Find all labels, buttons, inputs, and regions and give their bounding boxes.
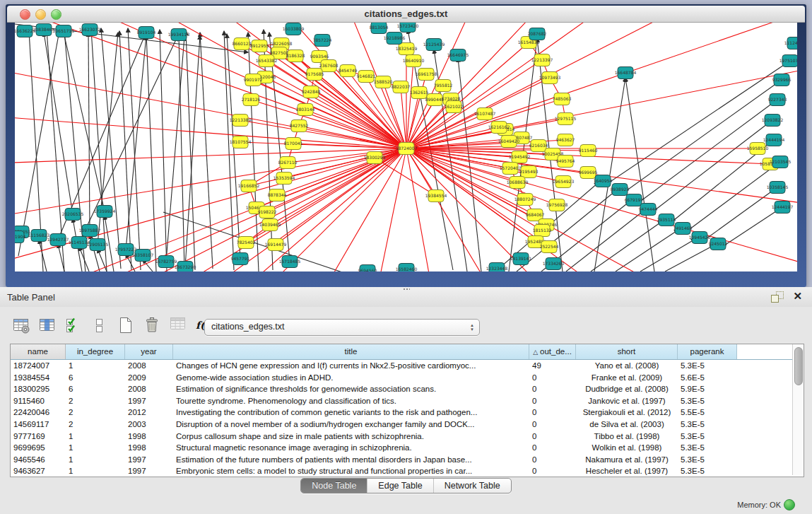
graph-node[interactable]: 8931904 <box>15 231 26 243</box>
tab-network-table[interactable]: Network Table <box>433 479 511 493</box>
network-canvas[interactable]: 1872400718300295866012389129551822605898… <box>15 23 797 271</box>
graph-node[interactable]: 8186328 <box>286 50 305 62</box>
graph-node[interactable]: 15723420 <box>397 23 419 33</box>
graph-node[interactable]: 11124045 <box>784 37 797 49</box>
table-row[interactable]: 969969511998Structural magnetic resonanc… <box>11 442 804 454</box>
graph-node[interactable]: 12942737 <box>47 234 69 246</box>
graph-node[interactable]: 16543382 <box>256 55 278 67</box>
graph-node[interactable]: 16646975 <box>447 49 469 62</box>
graph-node[interactable]: 10975887 <box>79 225 101 237</box>
column-header-name[interactable]: name <box>11 344 66 359</box>
column-header-in_degree[interactable]: in_degree <box>66 344 125 359</box>
graph-node[interactable]: 8938923 <box>611 184 630 196</box>
graph-node[interactable]: 9463627 <box>556 134 575 146</box>
scrollbar-thumb[interactable] <box>794 347 803 385</box>
graph-node[interactable]: 20651715 <box>53 25 75 37</box>
graph-node[interactable]: 12103545 <box>770 156 792 168</box>
graph-node[interactable]: 9457791 <box>231 253 250 265</box>
graph-node[interactable]: 16648784 <box>615 67 637 79</box>
graph-node[interactable]: 18673290 <box>175 262 196 272</box>
graph-node[interactable]: 12213397 <box>531 54 553 66</box>
graph-node[interactable]: 9242848 <box>302 86 321 98</box>
graph-node[interactable]: 10973493 <box>539 72 561 84</box>
graph-node[interactable]: 19166852 <box>238 180 260 192</box>
graph-node[interactable]: 14039469 <box>259 219 281 231</box>
panel-resize-handle[interactable] <box>403 288 410 291</box>
table-row[interactable]: 1938455462009Genome-wide association stu… <box>11 372 804 384</box>
graph-node[interactable]: 12975115 <box>555 113 577 125</box>
graph-node[interactable]: 16623072 <box>79 24 101 36</box>
graph-node[interactable]: 16107487 <box>474 108 496 120</box>
select-all-icon[interactable] <box>64 315 83 335</box>
graph-node[interactable]: 9115460 <box>579 145 598 157</box>
graph-node[interactable]: 1815132 <box>533 225 552 237</box>
graph-node[interactable]: 14139141 <box>510 253 532 265</box>
graph-node[interactable]: 9195493 <box>519 166 539 178</box>
tab-edge-table[interactable]: Edge Table <box>367 479 433 493</box>
graph-node[interactable]: 16049420 <box>498 136 520 148</box>
graph-node[interactable]: 19756928 <box>546 199 568 211</box>
graph-node[interactable]: 7491468 <box>673 223 693 235</box>
graph-node[interactable]: 9146821 <box>357 71 376 83</box>
network-svg[interactable]: 1872400718300295866012389129551822605898… <box>15 23 797 271</box>
float-panel-icon[interactable] <box>771 291 784 303</box>
graph-node[interactable]: 8912955 <box>250 40 269 52</box>
graph-node[interactable]: 9474444 <box>639 204 658 216</box>
graph-node[interactable]: 8267110 <box>278 157 298 169</box>
graph-node[interactable]: 19654923 <box>553 176 575 188</box>
table-row[interactable]: 1830029562008Estimation of significance … <box>11 383 804 395</box>
table-row[interactable]: 1456911722003Disruption of a novel membe… <box>11 419 804 431</box>
graph-node[interactable]: 2718126 <box>242 94 261 106</box>
graph-node[interactable]: 1621022 <box>445 101 464 113</box>
graph-node[interactable]: 17359924 <box>94 206 116 218</box>
network-window-titlebar[interactable]: citations_edges.txt <box>7 6 805 23</box>
column-header-pagerank[interactable]: pagerank <box>678 344 737 359</box>
graph-node[interactable]: 7825402 <box>237 237 256 249</box>
column-header-year[interactable]: year <box>125 344 173 359</box>
graph-node[interactable]: 10358145 <box>767 182 789 194</box>
column-header-title[interactable]: title <box>173 344 529 359</box>
create-column-icon[interactable] <box>116 315 136 335</box>
graph-node[interactable]: 2522544 <box>540 241 559 253</box>
table-row[interactable]: 946362711997Embryonic stem cells: a mode… <box>11 465 804 477</box>
graph-node[interactable]: 9175685 <box>305 69 324 81</box>
table-mode-icon[interactable] <box>11 315 31 335</box>
graph-node[interactable]: 8822037 <box>392 81 411 93</box>
graph-node[interactable]: 19218986 <box>384 33 406 45</box>
graph-node[interactable]: 7857224 <box>313 35 332 47</box>
graph-node[interactable]: 10945420 <box>689 232 711 244</box>
delete-column-icon[interactable] <box>142 315 162 335</box>
graph-node[interactable]: 18807249 <box>514 194 536 206</box>
tab-node-table[interactable]: Node Table <box>301 479 367 493</box>
graph-node[interactable]: 12444194 <box>763 134 785 146</box>
graph-node[interactable]: 12905135 <box>87 239 109 251</box>
table-row[interactable]: 2242004622012Investigating the contribut… <box>11 407 804 419</box>
column-header-short[interactable]: short <box>576 344 678 359</box>
graph-node[interactable]: 7485063 <box>553 93 572 105</box>
table-row[interactable]: 977716911998Corpus callosum shape and si… <box>11 431 804 443</box>
close-panel-icon[interactable]: ✕ <box>793 290 802 303</box>
graph-node[interactable]: 18325419 <box>396 43 418 55</box>
graph-node[interactable]: 2803144 <box>296 104 315 116</box>
table-selector[interactable]: citations_edges.txt ▲▼ <box>204 319 480 336</box>
graph-node[interactable]: 10358107 <box>132 250 154 262</box>
graph-node[interactable]: 20206535 <box>62 209 84 221</box>
graph-node[interactable]: 9901972 <box>244 74 263 86</box>
table-row[interactable]: 911546021997Tourette syndrome. Phenomeno… <box>11 395 804 407</box>
graph-node[interactable]: 2935114 <box>657 214 676 226</box>
graph-node[interactable]: 16216162 <box>488 122 510 134</box>
graph-node[interactable]: 8427552 <box>290 120 309 132</box>
graph-node[interactable]: 9699695 <box>579 167 598 179</box>
graph-node[interactable]: 9495764 <box>556 156 575 168</box>
table-row[interactable]: 1872400712008Changes of HCN gene express… <box>11 360 804 372</box>
graph-node[interactable]: 19934113 <box>168 29 190 41</box>
unselect-all-icon[interactable] <box>90 315 110 335</box>
graph-node[interactable]: 1588520 <box>374 76 393 88</box>
graph-node[interactable]: 16033809 <box>283 23 305 35</box>
graph-node[interactable]: 11945492 <box>509 151 531 163</box>
graph-node[interactable]: 15720407 <box>500 163 522 175</box>
graph-node[interactable]: 16914479 <box>265 239 287 251</box>
graph-node[interactable]: 8170041 <box>284 138 303 150</box>
column-header-out_de[interactable]: △out_de... <box>529 344 576 359</box>
graph-node[interactable]: 8878344 <box>268 189 287 201</box>
